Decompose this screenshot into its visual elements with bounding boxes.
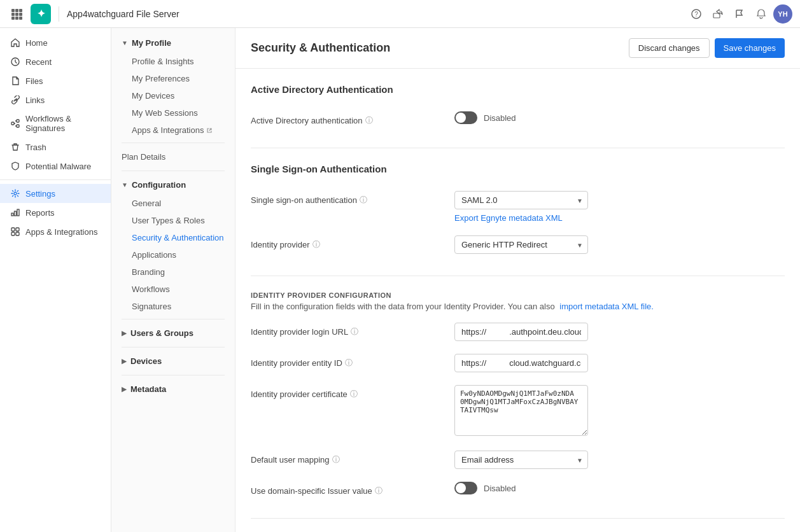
svg-text:?: ? (694, 11, 698, 18)
domain-issuer-info-icon[interactable]: ⓘ (375, 486, 382, 496)
sidebar-item-reports[interactable]: Reports (0, 203, 111, 222)
nav-divider-3 (122, 319, 225, 319)
svg-rect-21 (16, 228, 19, 231)
nav-sub-item-applications[interactable]: Applications (111, 246, 235, 263)
cert-label: Identity provider certificate ⓘ (251, 385, 454, 400)
help-icon[interactable]: ? (687, 4, 706, 24)
sidebar-item-home[interactable]: Home (0, 33, 111, 52)
idp-info-icon[interactable]: ⓘ (312, 239, 320, 250)
user-mapping-field-row: Default user mapping ⓘ Email address Use… (251, 444, 785, 475)
flag-icon[interactable] (730, 4, 749, 24)
nav-section-header-configuration[interactable]: ▼ Configuration (111, 175, 235, 195)
idp-label: Identity provider ⓘ (251, 235, 454, 250)
user-mapping-select[interactable]: Email address Username (454, 451, 588, 469)
idp-config-section: IDENTITY PROVIDER CONFIGURATION Fill in … (251, 276, 785, 519)
nav-sub-item-apps-integrations[interactable]: Apps & Integrations (111, 122, 235, 139)
nav-section-my-profile: ▼ My Profile Profile & Insights My Prefe… (111, 33, 235, 139)
domain-issuer-toggle-row: Disabled (454, 482, 785, 494)
nav-sub-item-profile-insights[interactable]: Profile & Insights (111, 53, 235, 70)
sidebar-item-trash[interactable]: Trash (0, 137, 111, 157)
cert-info-icon[interactable]: ⓘ (350, 389, 358, 400)
sso-title: Single Sign-on Authentication (251, 164, 785, 174)
nav-section-header-metadata[interactable]: ▶ Metadata (111, 379, 235, 399)
domain-issuer-toggle-label: Disabled (484, 484, 516, 493)
active-directory-section: Active Directory Authentication Active D… (251, 69, 785, 148)
sidebar-item-malware[interactable]: Potential Malware (0, 157, 111, 176)
idp-config-description: Fill in the configuration fields with th… (251, 302, 785, 311)
sso-control: SAML 2.0 OpenID Connect Disabled ▼ Expor… (454, 191, 785, 223)
shield-icon (10, 161, 20, 171)
active-directory-label: Active Directory authentication ⓘ (251, 111, 454, 126)
share-icon[interactable] (708, 4, 727, 24)
app-logo: ✦ (31, 4, 51, 24)
save-changes-button[interactable]: Save changes (715, 38, 785, 58)
idp-field-row: Identity provider ⓘ Generic HTTP Redirec… (251, 229, 785, 260)
nav-sub-item-workflows[interactable]: Workflows (111, 281, 235, 298)
active-directory-info-icon[interactable]: ⓘ (365, 115, 373, 126)
bell-icon[interactable] (752, 4, 771, 24)
nav-sub-item-security-auth[interactable]: Security & Authentication (111, 229, 235, 246)
nav-section-header-devices[interactable]: ▶ Devices (111, 351, 235, 371)
sso-info-icon[interactable]: ⓘ (360, 195, 367, 206)
user-mapping-select-wrapper: Email address Username ▼ (454, 451, 588, 469)
entity-id-input[interactable] (454, 354, 588, 372)
domain-issuer-toggle[interactable] (454, 482, 477, 494)
nav-section-header-users-groups[interactable]: ▶ Users & Groups (111, 323, 235, 343)
cert-textarea[interactable]: Fw0yNDAOMDgwNjQ1MTJaFw0zNDA 0MDgwNjQ1MTJ… (454, 385, 588, 436)
home-icon (10, 38, 20, 48)
user-avatar[interactable]: YH (773, 4, 792, 24)
entity-id-info-icon[interactable]: ⓘ (345, 358, 353, 368)
login-url-input[interactable] (454, 323, 588, 341)
export-metadata-link[interactable]: Export Egnyte metadata XML (454, 213, 563, 223)
devices-chevron: ▶ (122, 358, 127, 365)
idp-select[interactable]: Generic HTTP Redirect ADFS Okta Azure AD… (454, 235, 588, 254)
nav-plan-details[interactable]: Plan Details (111, 147, 235, 167)
nav-sub-item-user-types-roles[interactable]: User Types & Roles (111, 212, 235, 229)
login-url-label: Identity provider login URL ⓘ (251, 323, 454, 337)
discard-changes-button[interactable]: Discard changes (629, 38, 710, 58)
nav-sub-item-my-devices[interactable]: My Devices (111, 87, 235, 104)
file-icon (10, 76, 20, 86)
trash-icon (10, 142, 20, 152)
login-url-field-row: Identity provider login URL ⓘ (251, 316, 785, 347)
user-mapping-info-icon[interactable]: ⓘ (332, 454, 340, 465)
sso-select[interactable]: SAML 2.0 OpenID Connect Disabled (454, 191, 588, 209)
page-title: Security & Authentication (251, 41, 390, 55)
sso-section: Single Sign-on Authentication Single sig… (251, 148, 785, 276)
sso-field-row: Single sign-on authentication ⓘ SAML 2.0… (251, 185, 785, 229)
svg-rect-13 (11, 122, 14, 125)
nav-sub-item-my-web-sessions[interactable]: My Web Sessions (111, 104, 235, 122)
nav-divider-4 (122, 347, 225, 347)
sidebar-item-settings[interactable]: Settings (0, 184, 111, 203)
sidebar-item-files[interactable]: Files (0, 71, 111, 90)
content-header: Security & Authentication Discard change… (235, 28, 800, 69)
nav-divider-5 (122, 375, 225, 375)
sidebar-item-workflows[interactable]: Workflows & Signatures (0, 109, 111, 137)
grid-menu-icon[interactable] (8, 5, 25, 23)
domain-issuer-field-row: Use domain-specific Issuer value ⓘ Disab… (251, 475, 785, 503)
sidebar-item-apps[interactable]: Apps & Integrations (0, 222, 111, 241)
nav-section-header-my-profile[interactable]: ▼ My Profile (111, 33, 235, 53)
svg-rect-1 (15, 9, 18, 12)
nav-divider-2 (122, 171, 225, 171)
content-body: Active Directory Authentication Active D… (235, 69, 800, 532)
svg-rect-6 (11, 17, 15, 20)
domain-issuer-label: Use domain-specific Issuer value ⓘ (251, 482, 454, 496)
nav-sub-item-branding[interactable]: Branding (111, 263, 235, 281)
nav-sub-item-general[interactable]: General (111, 195, 235, 212)
login-url-info-icon[interactable]: ⓘ (351, 326, 358, 337)
nav-sub-item-my-preferences[interactable]: My Preferences (111, 70, 235, 87)
sidebar-item-links[interactable]: Links (0, 90, 111, 109)
my-profile-chevron: ▼ (122, 39, 128, 46)
entity-id-label: Identity provider entity ID ⓘ (251, 354, 454, 368)
settings-icon (10, 188, 20, 199)
cert-field-row: Identity provider certificate ⓘ Fw0yNDAO… (251, 379, 785, 444)
users-groups-chevron: ▶ (122, 330, 127, 337)
sso-select-wrapper: SAML 2.0 OpenID Connect Disabled ▼ (454, 191, 588, 209)
apps-icon (10, 227, 20, 237)
active-directory-toggle[interactable] (454, 111, 477, 124)
nav-sub-item-signatures[interactable]: Signatures (111, 298, 235, 315)
import-metadata-link[interactable]: import metadata XML file. (559, 302, 654, 311)
sidebar-item-recent[interactable]: Recent (0, 52, 111, 71)
nav-section-configuration: ▼ Configuration General User Types & Rol… (111, 175, 235, 315)
